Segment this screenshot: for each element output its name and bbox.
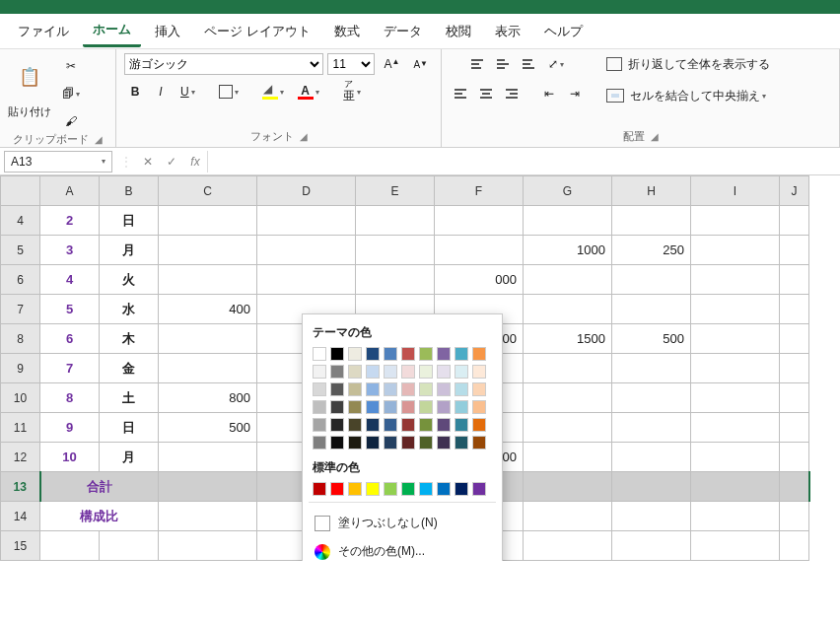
color-swatch[interactable]	[313, 382, 326, 396]
cell[interactable]	[159, 531, 257, 561]
cell[interactable]	[159, 472, 257, 502]
cell[interactable]	[780, 354, 809, 383]
cell[interactable]: 9	[40, 413, 100, 443]
cell[interactable]	[780, 413, 809, 443]
select-all-corner[interactable]	[1, 176, 40, 206]
cell[interactable]: 1500	[524, 324, 612, 354]
cell[interactable]	[780, 443, 809, 472]
col-header-C[interactable]: C	[159, 176, 257, 206]
align-right-button[interactable]	[501, 83, 523, 104]
color-swatch[interactable]	[401, 482, 415, 496]
row-header-10[interactable]: 10	[1, 383, 40, 413]
cell[interactable]	[612, 531, 691, 561]
color-swatch[interactable]	[348, 400, 362, 414]
cell[interactable]	[612, 206, 691, 236]
cell[interactable]	[435, 206, 524, 236]
cell[interactable]: 月	[100, 443, 159, 472]
color-swatch[interactable]	[348, 418, 362, 432]
row-header-5[interactable]: 5	[1, 236, 40, 265]
cell[interactable]: 水	[100, 295, 159, 324]
cell[interactable]: 250	[612, 236, 691, 265]
cell[interactable]: 2	[40, 206, 100, 236]
paste-button[interactable]: 📋	[10, 53, 49, 101]
orientation-button[interactable]: ⤢▾	[543, 53, 569, 75]
cell[interactable]	[257, 206, 356, 236]
color-swatch[interactable]	[366, 482, 380, 496]
formula-input[interactable]	[207, 151, 840, 173]
align-middle-button[interactable]	[492, 53, 514, 75]
color-swatch[interactable]	[330, 482, 344, 496]
cell[interactable]: 日	[100, 413, 159, 443]
cell[interactable]	[612, 413, 691, 443]
color-swatch[interactable]	[419, 436, 433, 450]
color-swatch[interactable]	[419, 400, 433, 414]
tab-help[interactable]: ヘルプ	[534, 17, 593, 46]
color-swatch[interactable]	[401, 418, 415, 432]
color-swatch[interactable]	[419, 418, 433, 432]
cell[interactable]	[780, 295, 809, 324]
cell[interactable]	[612, 265, 691, 295]
color-swatch[interactable]	[455, 365, 468, 379]
color-swatch[interactable]	[313, 436, 326, 450]
cell[interactable]	[691, 206, 780, 236]
cell[interactable]	[780, 206, 809, 236]
phonetic-button[interactable]: ア 亜 ▾	[338, 81, 366, 103]
color-swatch[interactable]	[437, 347, 451, 361]
cell[interactable]: 400	[159, 295, 257, 324]
col-header-B[interactable]: B	[100, 176, 159, 206]
cell[interactable]	[780, 531, 809, 561]
decrease-indent-button[interactable]: ⇤	[538, 83, 560, 104]
borders-button[interactable]: ▾	[214, 81, 244, 103]
cell[interactable]: 1000	[524, 236, 612, 265]
accept-formula-button[interactable]: ✓	[160, 155, 183, 169]
color-swatch[interactable]	[384, 436, 397, 450]
color-swatch[interactable]	[455, 418, 468, 432]
align-bottom-button[interactable]	[518, 53, 539, 75]
increase-font-button[interactable]	[379, 53, 404, 75]
cell[interactable]: 8	[40, 383, 100, 413]
tab-review[interactable]: 校閲	[436, 17, 481, 46]
fill-color-button[interactable]: ▾	[257, 81, 289, 103]
cell[interactable]	[691, 236, 780, 265]
cell[interactable]	[159, 236, 257, 265]
cell[interactable]	[524, 413, 612, 443]
cell[interactable]: 10	[40, 443, 100, 472]
increase-indent-button[interactable]: ⇥	[564, 83, 586, 104]
color-swatch[interactable]	[330, 400, 344, 414]
cell[interactable]	[100, 531, 159, 561]
row-header-13[interactable]: 13	[1, 472, 40, 502]
color-swatch[interactable]	[384, 382, 397, 396]
cell[interactable]	[159, 265, 257, 295]
color-swatch[interactable]	[437, 436, 451, 450]
row-header-12[interactable]: 12	[1, 443, 40, 472]
color-swatch[interactable]	[472, 418, 486, 432]
cell[interactable]: 7	[40, 354, 100, 383]
color-swatch[interactable]	[366, 400, 380, 414]
cell[interactable]: 3	[40, 236, 100, 265]
col-header-E[interactable]: E	[356, 176, 435, 206]
format-painter-button[interactable]	[60, 110, 82, 132]
color-swatch[interactable]	[330, 418, 344, 432]
color-swatch[interactable]	[437, 365, 451, 379]
color-swatch[interactable]	[401, 382, 415, 396]
cell[interactable]	[612, 502, 691, 531]
cell[interactable]: 500	[159, 413, 257, 443]
cell[interactable]: 土	[100, 383, 159, 413]
color-swatch[interactable]	[455, 482, 468, 496]
color-swatch[interactable]	[384, 482, 397, 496]
font-color-button[interactable]: ▾	[293, 81, 324, 103]
color-swatch[interactable]	[401, 365, 415, 379]
color-swatch[interactable]	[472, 436, 486, 450]
cell[interactable]	[356, 206, 435, 236]
row-header-9[interactable]: 9	[1, 354, 40, 383]
cell[interactable]	[435, 236, 524, 265]
cell[interactable]	[159, 324, 257, 354]
col-header-I[interactable]: I	[691, 176, 780, 206]
color-swatch[interactable]	[419, 482, 433, 496]
color-swatch[interactable]	[384, 365, 397, 379]
col-header-G[interactable]: G	[524, 176, 612, 206]
col-header-J[interactable]: J	[780, 176, 809, 206]
wrap-text-button[interactable]: 折り返して全体を表示する	[599, 53, 777, 75]
color-swatch[interactable]	[472, 482, 486, 496]
color-swatch[interactable]	[313, 365, 326, 379]
